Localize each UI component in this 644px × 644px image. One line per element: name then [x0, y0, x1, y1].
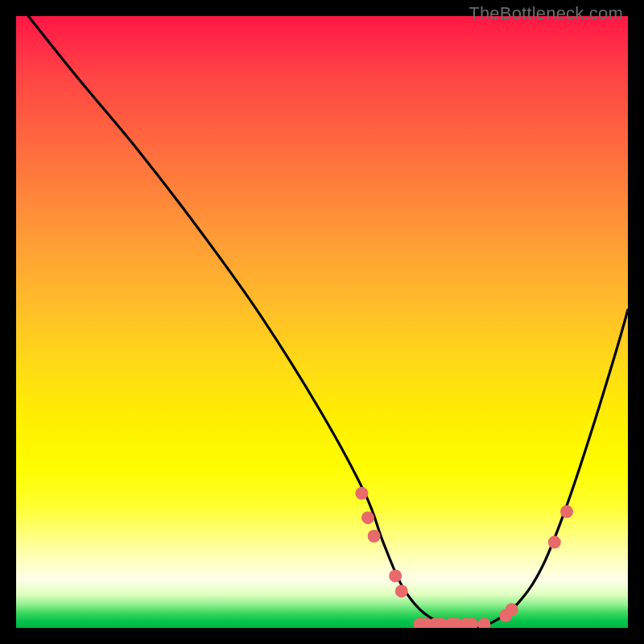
plot-area: [16, 16, 628, 628]
watermark-text: TheBottleneck.com: [469, 3, 623, 24]
data-point: [477, 617, 490, 628]
data-point: [548, 536, 561, 549]
bottleneck-curve: [28, 16, 628, 628]
data-point: [361, 511, 374, 524]
curve-path: [28, 16, 628, 628]
data-point: [395, 584, 408, 597]
data-point: [506, 603, 518, 616]
chart-container: TheBottleneck.com: [0, 0, 644, 644]
data-point: [389, 569, 402, 582]
data-point: [368, 530, 381, 543]
data-point: [560, 506, 573, 518]
data-point: [355, 487, 368, 500]
curve-svg: [16, 16, 628, 628]
